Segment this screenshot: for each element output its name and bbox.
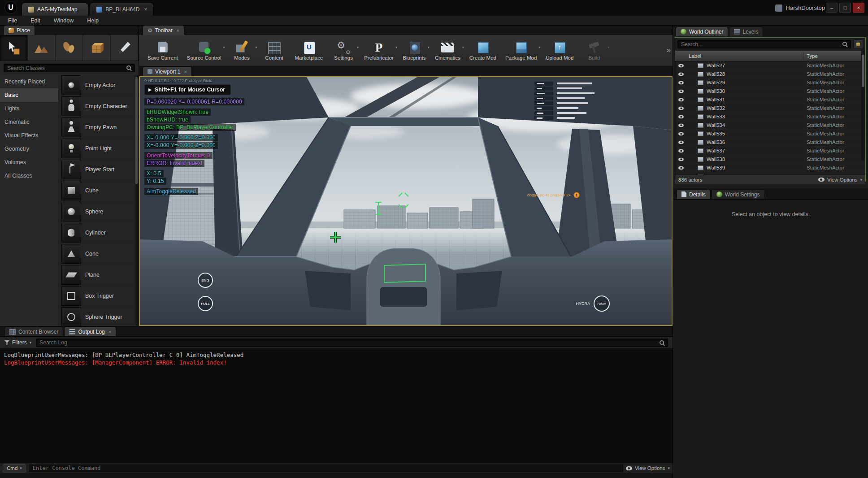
outliner-row[interactable]: Wall532 StaticMeshActor [675, 104, 865, 113]
place-item[interactable]: Player Start [59, 159, 139, 180]
place-item[interactable]: Box Trigger [59, 286, 139, 307]
chevron-down-icon[interactable]: ▾ [357, 45, 359, 49]
mode-brush-button[interactable] [111, 35, 139, 61]
place-category[interactable]: All Classes [0, 169, 58, 183]
tab-world-settings[interactable]: World Settings [712, 189, 765, 199]
place-item[interactable]: Plane [59, 265, 139, 286]
tab-details[interactable]: Details [677, 189, 711, 199]
place-item[interactable]: Point Light [59, 138, 139, 159]
place-category[interactable]: Basic [0, 88, 58, 102]
console-command-input[interactable] [29, 465, 623, 472]
toolbar-button[interactable]: Modes ▾ [226, 39, 258, 61]
outliner-view-options[interactable]: View Options ▾ [818, 177, 862, 183]
tab-place[interactable]: Place [4, 25, 35, 35]
visibility-eye-icon[interactable] [678, 115, 684, 118]
outliner-row[interactable]: Wall530 StaticMeshActor [675, 87, 865, 96]
tab-viewport-1[interactable]: Viewport 1 × [143, 66, 192, 76]
toolbar-button[interactable]: Marketplace [291, 39, 328, 61]
mode-landscape-button[interactable] [28, 35, 56, 61]
visibility-eye-icon[interactable] [678, 106, 684, 110]
toolbar-button[interactable]: Settings ▾ [328, 39, 360, 61]
search-log-input[interactable] [36, 339, 668, 347]
outliner-row[interactable]: Wall531 StaticMeshActor [675, 96, 865, 104]
visibility-eye-icon[interactable] [678, 157, 684, 161]
menu-item[interactable]: Help [87, 17, 99, 24]
toolbar-overflow-chevron[interactable]: » [667, 46, 671, 55]
titlebar-tab[interactable]: BP_BLAH64D × [90, 3, 154, 16]
outliner-row[interactable]: Wall527 StaticMeshActor [675, 61, 865, 70]
visibility-eye-icon[interactable] [678, 98, 684, 101]
mode-foliage-button[interactable] [56, 35, 83, 61]
visibility-eye-icon[interactable] [678, 140, 684, 144]
window-button[interactable]: □ [839, 3, 851, 13]
outliner-scrollbar[interactable] [861, 48, 865, 161]
chevron-down-icon[interactable]: ▾ [255, 45, 257, 49]
toolbar-button[interactable]: Cinematics ▾ [431, 39, 465, 61]
outliner-row[interactable]: Wall535 StaticMeshActor [675, 130, 865, 138]
tab-world-outliner[interactable]: World Outliner [676, 26, 728, 36]
toolbar-button[interactable]: Build ▾ [578, 39, 611, 61]
mode-geometry-button[interactable] [83, 35, 111, 61]
cmd-dropdown[interactable]: Cmd ▾ [3, 464, 26, 473]
output-log-area[interactable]: LogBlueprintUserMessages: [BP_BLPlayerCo… [0, 349, 673, 463]
place-item[interactable]: Sphere Trigger [59, 307, 139, 328]
outliner-row[interactable]: Wall529 StaticMeshActor [675, 78, 865, 87]
tab-content-browser[interactable]: Content Browser [4, 326, 63, 336]
place-category[interactable]: Visual Effects [0, 129, 58, 142]
chevron-down-icon[interactable]: ▾ [395, 45, 397, 49]
outliner-search-input[interactable] [677, 40, 851, 48]
filters-button[interactable]: Filters ▾ [4, 339, 31, 346]
toolbar-button[interactable]: Content [258, 39, 291, 61]
place-category[interactable]: Recently Placed [0, 75, 58, 88]
outliner-row[interactable]: Wall528 StaticMeshActor [675, 70, 865, 78]
outliner-row[interactable]: Wall539 StaticMeshActor [675, 164, 865, 172]
close-icon[interactable]: × [176, 28, 179, 33]
place-category[interactable]: Lights [0, 102, 58, 115]
outliner-row[interactable]: Wall536 StaticMeshActor [675, 138, 865, 147]
visibility-eye-icon[interactable] [678, 89, 684, 93]
outliner-row[interactable]: Wall538 StaticMeshActor [675, 155, 865, 164]
chevron-down-icon[interactable]: ▾ [538, 45, 540, 49]
place-item[interactable]: Cube [59, 180, 139, 201]
place-category[interactable]: Volumes [0, 156, 58, 169]
menu-item[interactable]: Edit [30, 17, 40, 24]
outliner-row[interactable]: Wall533 StaticMeshActor [675, 113, 865, 121]
outliner-header[interactable]: Label Type [675, 51, 865, 61]
tab-output-log[interactable]: Output Log × [64, 326, 116, 336]
toolbar-button[interactable]: Save Current [143, 39, 183, 61]
visibility-eye-icon[interactable] [678, 64, 684, 67]
visibility-eye-icon[interactable] [678, 72, 684, 76]
viewport[interactable]: ENG HULL 70MM HYDRA [139, 76, 673, 326]
toolbar-button[interactable]: Source Control ▾ [183, 39, 226, 61]
place-item[interactable]: Sphere [59, 201, 139, 222]
window-button[interactable]: × [853, 3, 864, 13]
tab-toolbar[interactable]: ⚙ Toolbar × [143, 25, 184, 35]
place-item[interactable]: Cylinder [59, 222, 139, 243]
chevron-down-icon[interactable]: ▾ [428, 45, 430, 49]
viewport-scene[interactable]: ENG HULL 70MM HYDRA [140, 77, 672, 325]
toolbar-button[interactable]: Upload Mod [542, 39, 578, 61]
visibility-eye-icon[interactable] [678, 166, 684, 169]
outliner-row[interactable]: Wall540 StaticMeshActor [675, 172, 865, 174]
chevron-down-icon[interactable]: ▾ [608, 45, 609, 49]
visibility-eye-icon[interactable] [678, 123, 684, 127]
place-item[interactable]: Empty Character [59, 96, 139, 117]
titlebar-tab[interactable]: AAS-MyTestMap [22, 3, 88, 16]
toolbar-button[interactable]: Create Mod [465, 39, 501, 61]
place-category[interactable]: Geometry [0, 142, 58, 156]
search-classes-input[interactable] [4, 64, 135, 72]
column-label[interactable]: Label [689, 53, 701, 59]
chevron-down-icon[interactable]: ▾ [462, 45, 464, 49]
column-divider[interactable] [803, 52, 803, 60]
visibility-eye-icon[interactable] [678, 81, 684, 84]
place-scrollbar[interactable] [135, 76, 138, 325]
place-item[interactable]: Empty Actor [59, 75, 139, 96]
log-view-options[interactable]: View Options ▾ [626, 465, 670, 471]
tab-levels[interactable]: Levels [729, 26, 763, 36]
toolbar-button[interactable]: Blueprints ▾ [399, 39, 431, 61]
visibility-eye-icon[interactable] [678, 149, 684, 152]
visibility-eye-icon[interactable] [678, 132, 684, 135]
close-icon[interactable]: × [184, 69, 187, 74]
mode-place-button[interactable] [0, 35, 28, 61]
chevron-down-icon[interactable]: ▾ [223, 45, 225, 49]
